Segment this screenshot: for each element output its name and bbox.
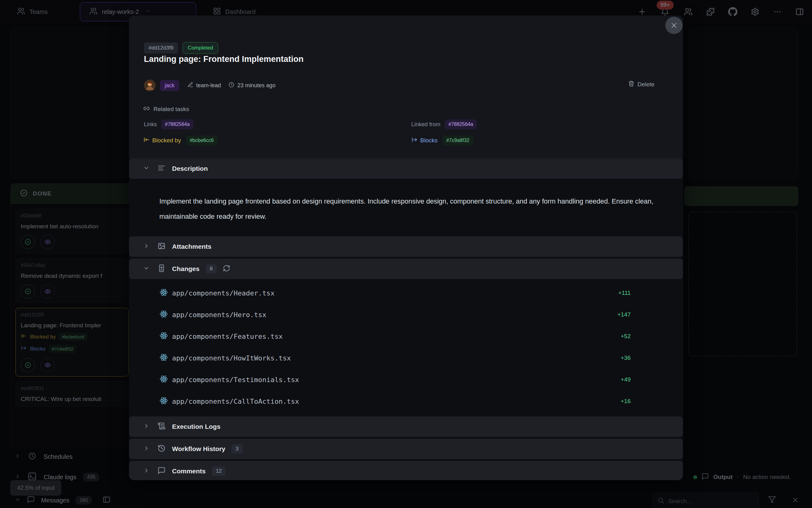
workflow-history-section-header[interactable]: Workflow History 3 [129,439,683,459]
link-icon [143,105,150,113]
delete-button[interactable]: Delete [628,80,654,88]
align-left-icon [158,164,166,173]
file-path: app/components/Hero.tsx [172,311,266,319]
file-row[interactable]: app/components/Header.tsx +111 [129,282,683,304]
image-icon [158,242,166,251]
file-row[interactable]: app/components/CallToAction.tsx +16 [129,390,683,412]
react-icon [159,310,168,320]
related-tasks-label: Related tasks [154,106,189,113]
additions-count: +111 [618,290,631,296]
blocks-ref[interactable]: #7c9a8f32 [442,135,473,145]
chevron-right-icon [143,467,149,475]
file-path: app/components/HowItWorks.tsx [172,354,291,362]
modal-sections: Description Implement the landing page f… [129,158,683,480]
section-title: Workflow History [172,445,225,453]
workflow-history-count-badge: 3 [231,444,242,454]
changes-file-list: app/components/Header.tsx +111 app/compo… [129,281,683,416]
trash-icon [628,80,634,88]
chevron-down-icon [143,265,149,272]
linked-from-ref[interactable]: #7882564a [445,119,477,129]
additions-count: +52 [621,333,631,340]
author-badge[interactable]: jack [160,80,179,91]
changes-section-header[interactable]: Changes 8 [129,259,683,279]
file-path: app/components/Testimonials.tsx [172,376,299,384]
react-icon [159,353,168,363]
history-icon [158,444,166,454]
blocked-by-label: Blocked by [152,137,181,144]
role-meta: team-lead [187,82,221,89]
section-title: Execution Logs [172,423,220,430]
description-body: Implement the landing page frontend base… [129,181,680,237]
blocks-label: Blocks [420,137,437,144]
blocks-row: Blocks #7c9a8f32 [411,135,473,145]
react-icon [159,288,168,298]
arrow-right-from-bar-icon [411,136,418,144]
chevron-down-icon [143,165,149,172]
file-path: app/components/CallToAction.tsx [172,397,299,405]
links-label: Links [144,121,157,128]
task-title: Landing page: Frontend Implementation [144,54,304,64]
section-title: Attachments [172,243,211,250]
refresh-icon[interactable] [223,264,230,273]
react-icon [159,396,168,406]
close-icon[interactable] [665,17,683,34]
attachments-section-header[interactable]: Attachments [129,237,683,257]
pencil-icon [187,82,194,89]
chevron-right-icon [143,445,149,453]
chevron-right-icon [143,243,149,250]
avatar [144,80,156,91]
additions-count: +147 [617,311,631,318]
delete-label: Delete [637,81,654,88]
updated-label: 23 minutes ago [237,82,275,89]
role-label: team-lead [196,82,221,89]
links-row: Links #7882564a [144,119,194,129]
additions-count: +49 [621,376,631,383]
file-row[interactable]: app/components/Testimonials.tsx +49 [129,369,683,390]
chevron-right-icon [143,423,149,430]
file-diff-icon [158,264,166,273]
links-ref[interactable]: #7882564a [161,119,194,129]
react-icon [159,331,168,341]
execution-logs-section-header[interactable]: Execution Logs [129,416,683,437]
arrow-left-to-bar-icon [143,136,150,144]
file-row[interactable]: app/components/Features.tsx +52 [129,326,683,347]
comments-section-header[interactable]: Comments 12 [129,461,683,480]
changes-count-badge: 8 [206,264,217,273]
status-badge: Completed [182,42,218,54]
task-id-badge: #dd12d3f9 [144,42,178,53]
blocked-by-row: Blocked by #bcbe6cc6 [143,135,217,145]
task-detail-modal: #dd12d3f9 Completed Landing page: Fronte… [129,15,683,480]
related-tasks-heading: Related tasks [143,105,189,113]
file-path: app/components/Features.tsx [172,333,283,340]
blocked-by-ref[interactable]: #bcbe6cc6 [186,135,217,145]
additions-count: +16 [621,398,631,405]
section-title: Changes [172,265,200,272]
description-section-header[interactable]: Description [129,158,683,179]
scroll-icon [158,422,166,431]
clock-icon [228,82,234,89]
file-path: app/components/Header.tsx [172,289,274,297]
linked-from-label: Linked from [411,121,440,128]
updated-meta: 23 minutes ago [228,82,275,89]
additions-count: +36 [621,354,631,362]
file-row[interactable]: app/components/HowItWorks.tsx +36 [129,347,683,369]
section-title: Description [172,165,208,172]
file-row[interactable]: app/components/Hero.tsx +147 [129,304,683,326]
react-icon [159,375,168,385]
message-square-icon [158,467,166,476]
section-title: Comments [172,467,206,475]
comments-count-badge: 12 [212,467,226,476]
linked-from-row: Linked from #7882564a [411,119,477,129]
